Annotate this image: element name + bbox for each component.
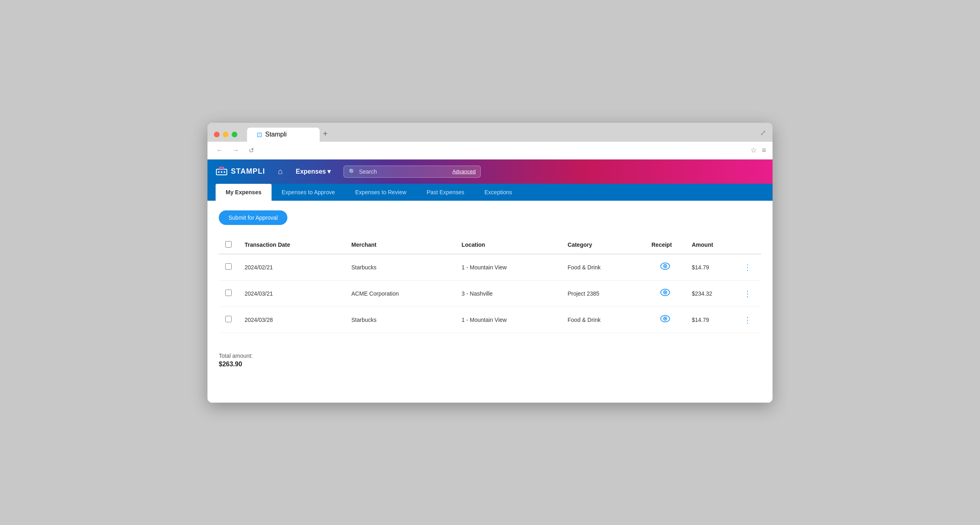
- row-2-merchant: ACME Corporation: [345, 280, 455, 307]
- refresh-button[interactable]: ↺: [246, 145, 256, 156]
- tab-exceptions[interactable]: Exceptions: [474, 184, 522, 201]
- logo-text: STAMPLI: [231, 167, 265, 176]
- minimize-button[interactable]: [223, 132, 228, 137]
- header-amount: Amount: [685, 236, 734, 254]
- row-3-location: 1 - Mountain View: [455, 307, 561, 333]
- expenses-nav-label: Expenses: [296, 168, 326, 175]
- tab-logo-icon: ⊡: [257, 131, 262, 139]
- row-3-category: Food & Drink: [561, 307, 645, 333]
- row-1-location: 1 - Mountain View: [455, 254, 561, 281]
- forward-button[interactable]: →: [230, 145, 241, 155]
- tab-past-expenses[interactable]: Past Expenses: [417, 184, 474, 201]
- row-1-category: Food & Drink: [561, 254, 645, 281]
- receipt-eye-icon[interactable]: [660, 289, 670, 298]
- row-3-more-cell[interactable]: ⋮: [734, 307, 761, 333]
- receipt-eye-icon[interactable]: [660, 315, 670, 324]
- app-container: STAMPLI ⌂ Expenses ▾ 🔍 Advanced My Expen…: [207, 160, 773, 403]
- row-2-more-button[interactable]: ⋮: [740, 287, 755, 300]
- browser-toolbar: ← → ↺ ☆ ≡: [207, 142, 773, 160]
- row-1-checkbox-cell[interactable]: [219, 254, 238, 281]
- new-tab-button[interactable]: +: [323, 129, 328, 142]
- row-1-checkbox[interactable]: [225, 263, 232, 270]
- table-row: 2024/03/28 Starbucks 1 - Mountain View F…: [219, 307, 761, 333]
- total-amount: $263.90: [219, 361, 761, 368]
- browser-tab[interactable]: ⊡ Stampli: [247, 128, 320, 142]
- browser-window: ⊡ Stampli + ⤢ ← → ↺ ☆ ≡: [207, 123, 773, 403]
- row-3-more-button[interactable]: ⋮: [740, 313, 755, 326]
- row-2-location: 3 - Nashville: [455, 280, 561, 307]
- total-section: Total amount: $263.90: [219, 346, 761, 368]
- toolbar-right: ☆ ≡: [750, 146, 766, 155]
- row-3-merchant: Starbucks: [345, 307, 455, 333]
- header-receipt: Receipt: [645, 236, 685, 254]
- svg-point-13: [664, 318, 666, 319]
- row-2-amount: $234.32: [685, 280, 734, 307]
- header-transaction-date: Transaction Date: [238, 236, 345, 254]
- receipt-eye-icon[interactable]: [660, 262, 670, 271]
- svg-point-7: [664, 265, 666, 267]
- main-content: Submit for Approval Transaction Date Mer…: [207, 201, 773, 403]
- search-bar: 🔍 Advanced: [343, 166, 481, 178]
- search-icon: 🔍: [349, 168, 356, 175]
- row-2-receipt-cell[interactable]: [645, 280, 685, 307]
- svg-point-1: [218, 171, 220, 173]
- table-header-row: Transaction Date Merchant Location Categ…: [219, 236, 761, 254]
- svg-rect-4: [220, 167, 224, 170]
- tab-my-expenses[interactable]: My Expenses: [216, 184, 272, 201]
- home-nav-icon[interactable]: ⌂: [278, 167, 283, 176]
- expand-icon[interactable]: ⤢: [760, 128, 766, 137]
- expenses-dropdown-icon: ▾: [327, 168, 331, 175]
- header-location: Location: [455, 236, 561, 254]
- maximize-button[interactable]: [232, 132, 237, 137]
- row-2-checkbox[interactable]: [225, 290, 232, 296]
- row-1-amount: $14.79: [685, 254, 734, 281]
- search-input[interactable]: [359, 168, 449, 175]
- row-1-receipt-cell[interactable]: [645, 254, 685, 281]
- row-3-receipt-cell[interactable]: [645, 307, 685, 333]
- tab-bar: ⊡ Stampli +: [247, 128, 737, 142]
- row-3-amount: $14.79: [685, 307, 734, 333]
- tab-expenses-to-approve[interactable]: Expenses to Approve: [272, 184, 345, 201]
- select-all-checkbox[interactable]: [225, 241, 232, 248]
- total-label: Total amount:: [219, 353, 761, 359]
- svg-point-10: [664, 292, 666, 293]
- back-button[interactable]: ←: [214, 145, 225, 155]
- row-2-date: 2024/03/21: [238, 280, 345, 307]
- header-category: Category: [561, 236, 645, 254]
- row-3-checkbox-cell[interactable]: [219, 307, 238, 333]
- expense-table: Transaction Date Merchant Location Categ…: [219, 236, 761, 333]
- star-icon[interactable]: ☆: [750, 146, 757, 155]
- submit-for-approval-button[interactable]: Submit for Approval: [219, 210, 287, 225]
- row-2-category: Project 2385: [561, 280, 645, 307]
- traffic-lights: [214, 132, 237, 137]
- row-2-more-cell[interactable]: ⋮: [734, 280, 761, 307]
- svg-point-3: [224, 171, 225, 173]
- browser-titlebar: ⊡ Stampli + ⤢: [207, 123, 773, 142]
- row-3-date: 2024/03/28: [238, 307, 345, 333]
- stampli-logo-icon: [216, 167, 228, 176]
- expenses-nav[interactable]: Expenses ▾: [293, 166, 334, 177]
- close-button[interactable]: [214, 132, 220, 137]
- logo-area: STAMPLI: [216, 167, 265, 176]
- row-1-date: 2024/02/21: [238, 254, 345, 281]
- row-1-more-cell[interactable]: ⋮: [734, 254, 761, 281]
- row-1-more-button[interactable]: ⋮: [740, 261, 755, 274]
- table-row: 2024/02/21 Starbucks 1 - Mountain View F…: [219, 254, 761, 281]
- tabs-row: My Expenses Expenses to Approve Expenses…: [207, 184, 773, 201]
- table-row: 2024/03/21 ACME Corporation 3 - Nashvill…: [219, 280, 761, 307]
- header-select-all[interactable]: [219, 236, 238, 254]
- menu-icon[interactable]: ≡: [762, 146, 766, 155]
- header-action: [734, 236, 761, 254]
- advanced-search-link[interactable]: Advanced: [452, 168, 476, 174]
- tab-expenses-to-review[interactable]: Expenses to Review: [345, 184, 417, 201]
- row-3-checkbox[interactable]: [225, 316, 232, 322]
- app-header: STAMPLI ⌂ Expenses ▾ 🔍 Advanced: [207, 160, 773, 184]
- row-2-checkbox-cell[interactable]: [219, 280, 238, 307]
- tab-label: Stampli: [265, 131, 287, 138]
- svg-point-2: [221, 171, 222, 173]
- row-1-merchant: Starbucks: [345, 254, 455, 281]
- header-merchant: Merchant: [345, 236, 455, 254]
